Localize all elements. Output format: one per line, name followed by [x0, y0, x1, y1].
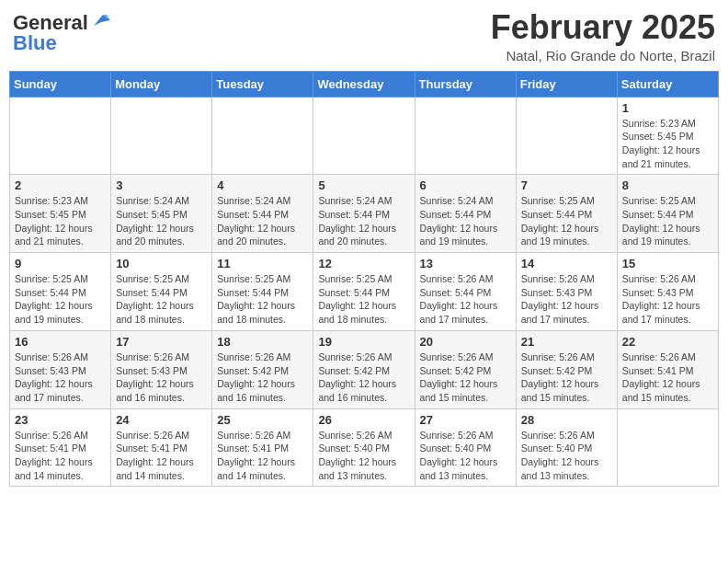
day-number: 5: [318, 178, 409, 192]
day-info: Sunrise: 5:24 AMSunset: 5:45 PMDaylight:…: [116, 194, 207, 248]
day-number: 27: [420, 413, 511, 427]
weekday-header-wednesday: Wednesday: [313, 71, 415, 97]
calendar-cell: 7Sunrise: 5:25 AMSunset: 5:44 PMDaylight…: [516, 175, 617, 253]
day-info: Sunrise: 5:26 AMSunset: 5:43 PMDaylight:…: [116, 350, 207, 405]
calendar-table: SundayMondayTuesdayWednesdayThursdayFrid…: [9, 71, 719, 488]
calendar-cell: 15Sunrise: 5:26 AMSunset: 5:43 PMDayligh…: [617, 253, 718, 331]
calendar-cell: 28Sunrise: 5:26 AMSunset: 5:40 PMDayligh…: [516, 408, 617, 487]
logo-general-text: General: [13, 13, 88, 33]
calendar-cell: 14Sunrise: 5:26 AMSunset: 5:43 PMDayligh…: [516, 253, 617, 331]
calendar-cell: 6Sunrise: 5:24 AMSunset: 5:44 PMDaylight…: [415, 175, 516, 253]
calendar-week-1: 1Sunrise: 5:23 AMSunset: 5:45 PMDaylight…: [10, 97, 719, 175]
day-number: 17: [116, 335, 207, 349]
weekday-header-monday: Monday: [111, 71, 212, 97]
main-title: February 2025: [491, 9, 715, 46]
day-info: Sunrise: 5:26 AMSunset: 5:43 PMDaylight:…: [15, 350, 106, 405]
day-info: Sunrise: 5:26 AMSunset: 5:41 PMDaylight:…: [217, 429, 308, 483]
day-number: 13: [420, 257, 511, 270]
calendar-cell: 8Sunrise: 5:25 AMSunset: 5:44 PMDaylight…: [617, 175, 718, 253]
day-info: Sunrise: 5:24 AMSunset: 5:44 PMDaylight:…: [318, 194, 409, 248]
day-number: 21: [521, 335, 612, 349]
page-header: General Blue February 2025 Natal, Rio Gr…: [9, 9, 719, 63]
calendar-week-4: 16Sunrise: 5:26 AMSunset: 5:43 PMDayligh…: [10, 330, 719, 408]
calendar-cell: 18Sunrise: 5:26 AMSunset: 5:42 PMDayligh…: [212, 330, 313, 408]
day-number: 22: [622, 335, 713, 349]
calendar-cell: [313, 97, 415, 175]
day-info: Sunrise: 5:23 AMSunset: 5:45 PMDaylight:…: [15, 194, 106, 248]
day-info: Sunrise: 5:25 AMSunset: 5:44 PMDaylight:…: [318, 272, 409, 327]
calendar-cell: 24Sunrise: 5:26 AMSunset: 5:41 PMDayligh…: [111, 408, 212, 487]
calendar-cell: [516, 97, 617, 175]
logo: General Blue: [13, 13, 110, 53]
calendar-cell: [212, 97, 313, 175]
calendar-cell: [617, 408, 718, 487]
day-info: Sunrise: 5:26 AMSunset: 5:41 PMDaylight:…: [622, 350, 713, 405]
weekday-header-thursday: Thursday: [415, 71, 516, 97]
day-number: 1: [622, 101, 713, 115]
day-info: Sunrise: 5:26 AMSunset: 5:40 PMDaylight:…: [521, 429, 612, 483]
calendar-header-row: SundayMondayTuesdayWednesdayThursdayFrid…: [10, 71, 719, 97]
weekday-header-friday: Friday: [516, 71, 617, 97]
day-info: Sunrise: 5:26 AMSunset: 5:40 PMDaylight:…: [318, 429, 409, 483]
day-info: Sunrise: 5:24 AMSunset: 5:44 PMDaylight:…: [420, 194, 511, 248]
calendar-cell: [415, 97, 516, 175]
day-number: 19: [318, 335, 409, 349]
logo-bird-icon: [90, 13, 110, 29]
calendar-cell: 20Sunrise: 5:26 AMSunset: 5:42 PMDayligh…: [415, 330, 516, 408]
calendar-cell: 23Sunrise: 5:26 AMSunset: 5:41 PMDayligh…: [10, 408, 111, 487]
day-info: Sunrise: 5:25 AMSunset: 5:44 PMDaylight:…: [116, 272, 207, 327]
day-number: 6: [420, 178, 511, 192]
day-info: Sunrise: 5:26 AMSunset: 5:40 PMDaylight:…: [420, 429, 511, 483]
calendar-cell: 21Sunrise: 5:26 AMSunset: 5:42 PMDayligh…: [516, 330, 617, 408]
calendar-cell: 19Sunrise: 5:26 AMSunset: 5:42 PMDayligh…: [313, 330, 415, 408]
day-info: Sunrise: 5:26 AMSunset: 5:43 PMDaylight:…: [622, 272, 713, 327]
day-number: 16: [15, 335, 106, 349]
calendar-cell: 27Sunrise: 5:26 AMSunset: 5:40 PMDayligh…: [415, 408, 516, 487]
calendar-cell: 22Sunrise: 5:26 AMSunset: 5:41 PMDayligh…: [617, 330, 718, 408]
day-info: Sunrise: 5:25 AMSunset: 5:44 PMDaylight:…: [217, 272, 308, 327]
day-number: 23: [15, 413, 106, 427]
day-info: Sunrise: 5:25 AMSunset: 5:44 PMDaylight:…: [622, 194, 713, 248]
calendar-week-3: 9Sunrise: 5:25 AMSunset: 5:44 PMDaylight…: [10, 253, 719, 331]
day-info: Sunrise: 5:25 AMSunset: 5:44 PMDaylight:…: [521, 194, 612, 248]
day-info: Sunrise: 5:26 AMSunset: 5:42 PMDaylight:…: [318, 350, 409, 405]
day-number: 9: [15, 257, 106, 270]
day-number: 15: [622, 257, 713, 270]
day-number: 11: [217, 257, 308, 270]
calendar-cell: 25Sunrise: 5:26 AMSunset: 5:41 PMDayligh…: [212, 408, 313, 487]
day-info: Sunrise: 5:26 AMSunset: 5:44 PMDaylight:…: [420, 272, 511, 327]
day-number: 28: [521, 413, 612, 427]
day-number: 20: [420, 335, 511, 349]
day-number: 7: [521, 178, 612, 192]
weekday-header-saturday: Saturday: [617, 71, 718, 97]
logo-blue-text: Blue: [13, 33, 57, 53]
calendar-cell: 2Sunrise: 5:23 AMSunset: 5:45 PMDaylight…: [10, 175, 111, 253]
calendar-cell: 13Sunrise: 5:26 AMSunset: 5:44 PMDayligh…: [415, 253, 516, 331]
day-info: Sunrise: 5:26 AMSunset: 5:43 PMDaylight:…: [521, 272, 612, 327]
calendar-cell: 1Sunrise: 5:23 AMSunset: 5:45 PMDaylight…: [617, 97, 718, 175]
day-number: 12: [318, 257, 409, 270]
calendar-cell: 17Sunrise: 5:26 AMSunset: 5:43 PMDayligh…: [111, 330, 212, 408]
calendar-cell: 4Sunrise: 5:24 AMSunset: 5:44 PMDaylight…: [212, 175, 313, 253]
day-info: Sunrise: 5:25 AMSunset: 5:44 PMDaylight:…: [15, 272, 106, 327]
calendar-cell: 12Sunrise: 5:25 AMSunset: 5:44 PMDayligh…: [313, 253, 415, 331]
weekday-header-sunday: Sunday: [10, 71, 111, 97]
day-number: 2: [15, 178, 106, 192]
calendar-cell: 5Sunrise: 5:24 AMSunset: 5:44 PMDaylight…: [313, 175, 415, 253]
calendar-cell: 10Sunrise: 5:25 AMSunset: 5:44 PMDayligh…: [111, 253, 212, 331]
title-section: February 2025 Natal, Rio Grande do Norte…: [491, 9, 715, 63]
day-number: 18: [217, 335, 308, 349]
day-info: Sunrise: 5:26 AMSunset: 5:42 PMDaylight:…: [521, 350, 612, 405]
day-number: 3: [116, 178, 207, 192]
day-number: 26: [318, 413, 409, 427]
day-info: Sunrise: 5:23 AMSunset: 5:45 PMDaylight:…: [622, 117, 713, 171]
day-number: 4: [217, 178, 308, 192]
calendar-cell: 3Sunrise: 5:24 AMSunset: 5:45 PMDaylight…: [111, 175, 212, 253]
calendar-cell: 26Sunrise: 5:26 AMSunset: 5:40 PMDayligh…: [313, 408, 415, 487]
calendar-cell: 11Sunrise: 5:25 AMSunset: 5:44 PMDayligh…: [212, 253, 313, 331]
weekday-header-tuesday: Tuesday: [212, 71, 313, 97]
calendar-cell: [111, 97, 212, 175]
calendar-week-2: 2Sunrise: 5:23 AMSunset: 5:45 PMDaylight…: [10, 175, 719, 253]
day-number: 24: [116, 413, 207, 427]
day-number: 25: [217, 413, 308, 427]
